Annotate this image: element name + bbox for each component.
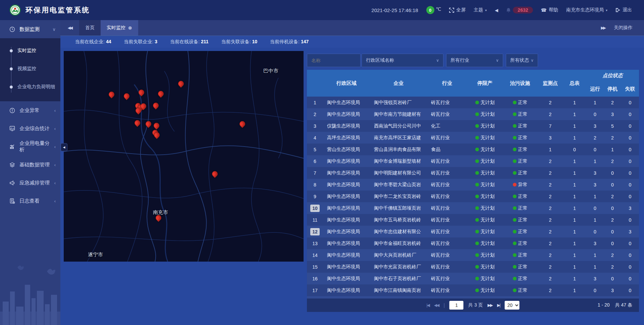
cell-industry: 砖瓦行业 xyxy=(427,240,467,247)
tab-实时监控[interactable]: 实时监控⊗ xyxy=(101,20,138,36)
table-row[interactable]: 10阆中生态环境局阆中千佛镇五郎垭页岩砖瓦行业无计划正常21003 xyxy=(307,202,639,214)
cell-industry: 砖瓦行业 xyxy=(427,287,467,293)
table-row[interactable]: 15阆中生态环境局阆中市光富页岩机砖厂砖瓦行业无计划正常21120 xyxy=(307,261,639,273)
cell-company: 阆中市光富页岩机砖厂 xyxy=(370,264,427,270)
city-skyline-watermark xyxy=(0,261,60,325)
scroll-tabs-left-button[interactable]: ◀◀ xyxy=(60,20,79,36)
mute-button[interactable]: ◀ xyxy=(495,8,498,13)
table-row[interactable]: 11阆中生态环境局阆中市五马桥页岩机砖砖瓦行业无计划正常21120 xyxy=(307,214,639,226)
cell-total-meters: 1 xyxy=(563,241,586,246)
sidebar-item-企业异常[interactable]: 企业异常‹ xyxy=(0,101,60,119)
filter-select-所有行业[interactable]: 所有行业∨ xyxy=(446,54,503,67)
first-page-button[interactable]: |◀ xyxy=(427,303,429,308)
close-operations-button[interactable]: 关闭操作 xyxy=(614,25,633,31)
cell-running: 3 xyxy=(586,123,604,129)
collapse-sidebar-toggle[interactable]: ◀ xyxy=(61,143,67,151)
chevron-left-icon: ‹ xyxy=(54,126,56,131)
row-index: 3 xyxy=(307,123,323,129)
page-size-select[interactable]: 20 xyxy=(504,301,519,310)
status-dot-icon xyxy=(513,253,517,257)
help-button[interactable]: ☎ 帮助 xyxy=(541,7,558,13)
row-index: 10 xyxy=(307,205,323,212)
app-title: 环保用电监管系统 xyxy=(25,5,90,15)
cell-region: 阆中生态环境局 xyxy=(323,182,370,188)
row-index: 4 xyxy=(307,135,323,141)
chevron-down-icon: ∨ xyxy=(436,58,439,63)
next-page-button[interactable]: ▶▶ xyxy=(488,303,492,308)
cell-facility-status: 正常 xyxy=(502,147,538,153)
app-header: 环保用电监管系统 2021-02-25 17:46:18 0 ℃ 全屏 主题 ▾… xyxy=(0,0,644,20)
chevron-down-icon: ∨ xyxy=(52,27,56,32)
table-row[interactable]: 14阆中生态环境局阆中大兴页岩机砖厂砖瓦行业无计划正常21120 xyxy=(307,249,639,261)
last-page-button[interactable]: ▶| xyxy=(497,303,500,308)
sidebar-item-应急减排管理[interactable]: 应急减排管理‹ xyxy=(0,174,60,192)
cell-stopped: 2 xyxy=(604,253,621,258)
cell-region: 营山生态环境局 xyxy=(323,147,370,153)
name-filter-input[interactable] xyxy=(307,54,361,67)
sidebar-item-企业用电量分析[interactable]: 企业用电量分析‹ xyxy=(0,138,60,156)
cell-stopped: 2 xyxy=(604,194,621,199)
cell-facility-status: 正常 xyxy=(502,229,538,235)
cell-stopped: 2 xyxy=(604,135,621,141)
table-row[interactable]: 4高坪生态环境局南充市高坪区王家店建砖瓦行业无计划正常31220 xyxy=(307,132,639,144)
page-number-input[interactable] xyxy=(449,301,464,310)
scroll-tabs-right-button[interactable]: ▶▶ xyxy=(601,25,605,30)
notifications[interactable]: 2632 xyxy=(506,7,533,13)
sidebar-item-日志查看[interactable]: 日志查看‹ xyxy=(0,192,60,210)
logout-button[interactable]: 退出 xyxy=(615,7,632,13)
cell-monitor-points: 2 xyxy=(538,276,563,281)
table-row[interactable]: 3仪陇生态环境局西南油气田分公司川中化工无计划正常71350 xyxy=(307,120,639,132)
cell-monitor-points: 2 xyxy=(538,194,563,199)
status-dot-icon xyxy=(475,159,479,163)
chevron-left-icon: ‹ xyxy=(54,162,56,167)
table-row[interactable]: 18南部生态环境局南部县瑞华页岩砖厂有砖瓦行业无计划正常21030 xyxy=(307,296,639,299)
cell-region: 阆中生态环境局 xyxy=(323,205,370,211)
user-dropdown[interactable]: 南充市生态环境局 ▾ xyxy=(566,7,607,13)
status-dot-icon xyxy=(475,241,479,245)
prev-page-button[interactable]: ◀◀ xyxy=(434,303,439,308)
cell-total-meters: 1 xyxy=(563,123,586,129)
sidebar-item-企业综合统计[interactable]: 企业综合统计‹ xyxy=(0,119,60,138)
cell-region: 阆中生态环境局 xyxy=(323,217,370,223)
table-row[interactable]: 1阆中生态环境局阆中强锐页岩砖厂砖瓦行业无计划正常21120 xyxy=(307,97,639,108)
table-row[interactable]: 17阆中生态环境局阆中市江南镇阆南页岩砖瓦行业无计划正常21030 xyxy=(307,284,639,296)
fullscreen-button[interactable]: 全屏 xyxy=(449,7,466,13)
status-dot-icon xyxy=(513,112,517,116)
table-row[interactable]: 7阆中生态环境局阆中明阳建材有限公司砖瓦行业无计划正常21300 xyxy=(307,167,639,179)
status-dot-icon xyxy=(513,288,517,292)
table-row[interactable]: 2阆中生态环境局阆中市南方节能建材有砖瓦行业无计划正常21030 xyxy=(307,108,639,120)
cell-monitor-points: 1 xyxy=(538,147,563,152)
status-dot-icon xyxy=(475,265,479,269)
cell-limit-status: 无计划 xyxy=(467,158,502,164)
filter-select-行政区域名称[interactable]: 行政区域名称∨ xyxy=(362,54,443,67)
status-dot-icon xyxy=(513,277,517,280)
stat-value: 10 xyxy=(252,39,258,44)
table-row[interactable]: 13阆中生态环境局阆中市金福旺页岩机砖砖瓦行业无计划正常21300 xyxy=(307,237,639,249)
name-search-field[interactable] xyxy=(311,58,356,63)
cell-total-meters: 1 xyxy=(563,206,586,211)
app-logo-icon xyxy=(9,4,21,16)
close-tab-icon[interactable]: ⊗ xyxy=(128,25,132,31)
sidebar-subitem-实时监控[interactable]: 实时监控 xyxy=(0,42,60,60)
sidebar-subitem-视频监控[interactable]: 视频监控 xyxy=(0,60,60,78)
table-row[interactable]: 12阆中生态环境局阆中市忠信建材有限公砖瓦行业无计划正常21003 xyxy=(307,226,639,237)
table-row[interactable]: 9阆中生态环境局阆中市二龙长宝页岩砖砖瓦行业无计划正常21120 xyxy=(307,191,639,202)
filter-select-value: 所有状态 xyxy=(510,57,529,63)
table-row[interactable]: 6阆中生态环境局阆中市金博瑞新型墙材砖瓦行业无计划正常21120 xyxy=(307,155,639,167)
sidebar-subitem-企业电力负荷明细[interactable]: 企业电力负荷明细 xyxy=(0,78,60,96)
table-row[interactable]: 8阆中生态环境局阆中市枣碧大梁山页岩砖瓦行业无计划异常21300 xyxy=(307,179,639,191)
cell-lost: 0 xyxy=(621,241,639,246)
filter-select-所有状态[interactable]: 所有状态∨ xyxy=(506,54,538,67)
tab-list: 首页实时监控⊗ xyxy=(79,20,138,36)
tab-首页[interactable]: 首页 xyxy=(79,20,101,36)
map-panel[interactable]: 巴中市南充市遂宁市 xyxy=(64,51,304,262)
cell-industry: 砖瓦行业 xyxy=(427,100,467,106)
table-row[interactable]: 16阆中生态环境局阆中市石子页岩机砖厂砖瓦行业无计划正常21300 xyxy=(307,273,639,284)
cell-region: 阆中生态环境局 xyxy=(323,287,370,293)
theme-dropdown[interactable]: 主题 ▾ xyxy=(474,7,487,13)
stat-value: 3 xyxy=(155,39,157,44)
sidebar-item-数据监测[interactable]: 数据监测∨ xyxy=(0,20,60,38)
cell-limit-status: 无计划 xyxy=(467,100,502,106)
table-row[interactable]: 5营山生态环境局营山县润丰肉食品有限食品无计划正常10010 xyxy=(307,144,639,155)
sidebar-item-基础数据管理[interactable]: 基础数据管理‹ xyxy=(0,156,60,174)
